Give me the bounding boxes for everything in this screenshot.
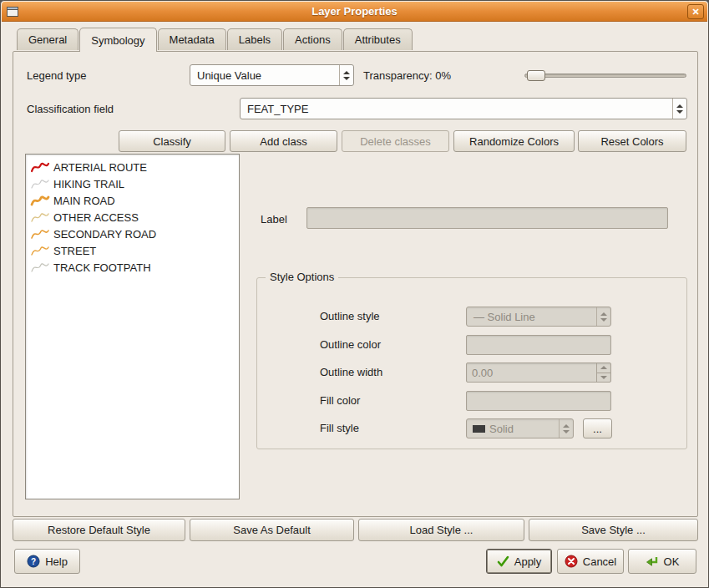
- ok-enter-arrow-icon: [646, 555, 659, 568]
- load-style-button[interactable]: Load Style ...: [358, 519, 524, 541]
- chevron-updown-icon: [559, 419, 573, 438]
- fill-swatch-icon: [473, 425, 485, 433]
- class-label: SECONDARY ROAD: [53, 228, 156, 241]
- apply-button[interactable]: Apply: [486, 549, 552, 574]
- fill-style-select: Solid: [466, 418, 574, 438]
- label-field-label: Label: [261, 213, 287, 226]
- ok-button[interactable]: OK: [628, 549, 696, 574]
- chevron-updown-icon: [596, 307, 610, 326]
- close-button[interactable]: ✕: [687, 4, 704, 19]
- list-item-arterial-route[interactable]: ARTERIAL ROUTE: [28, 159, 237, 175]
- restore-default-style-button[interactable]: Restore Default Style: [13, 519, 185, 541]
- outline-color-button: [466, 335, 611, 355]
- reset-colors-button[interactable]: Reset Colors: [578, 130, 686, 152]
- classify-button[interactable]: Classify: [119, 130, 225, 152]
- line-symbol-icon: [30, 211, 50, 223]
- slider-handle[interactable]: [527, 70, 545, 81]
- delete-classes-button: Delete classes: [342, 130, 449, 152]
- tab-labels[interactable]: Labels: [227, 28, 282, 50]
- list-item-track-footpath[interactable]: TRACK FOOTPATH: [28, 259, 237, 276]
- tab-general[interactable]: General: [17, 28, 78, 50]
- list-item-secondary-road[interactable]: SECONDARY ROAD: [28, 226, 237, 242]
- fill-color-label: Fill color: [320, 394, 360, 407]
- layer-properties-dialog: Layer Properties ✕ General Symbology Met…: [0, 0, 709, 588]
- class-label: HIKING TRAIL: [53, 178, 124, 190]
- tab-symbology[interactable]: Symbology: [79, 28, 156, 52]
- randomize-colors-button[interactable]: Randomize Colors: [453, 130, 575, 152]
- fill-style-label: Fill style: [320, 422, 359, 434]
- chevron-updown-icon: [672, 99, 686, 119]
- line-symbol-icon: [30, 195, 50, 206]
- fill-style-preview: Solid: [467, 423, 514, 435]
- help-label: Help: [45, 555, 68, 568]
- chevron-updown-icon: [339, 65, 353, 85]
- help-icon: ?: [27, 555, 40, 568]
- cancel-button[interactable]: Cancel: [557, 549, 624, 574]
- outline-width-label: Outline width: [320, 366, 382, 378]
- outline-width-value: 0.00: [467, 367, 596, 379]
- transparency-slider[interactable]: [524, 64, 686, 86]
- class-label: TRACK FOOTPATH: [53, 261, 151, 274]
- line-symbol-icon: [30, 261, 50, 273]
- legend-type-value: Unique Value: [190, 69, 339, 82]
- add-class-button[interactable]: Add class: [230, 130, 337, 152]
- outline-style-select: — Solid Line: [466, 307, 611, 327]
- cancel-icon: [565, 555, 578, 568]
- list-item-street[interactable]: STREET: [28, 242, 237, 259]
- apply-check-icon: [497, 555, 509, 567]
- apply-label: Apply: [514, 555, 542, 568]
- spinner-arrows-icon: [596, 363, 610, 382]
- ok-label: OK: [664, 555, 680, 568]
- title-bar[interactable]: Layer Properties ✕: [2, 2, 707, 22]
- svg-text:?: ?: [31, 557, 36, 566]
- line-symbol-icon: [30, 245, 50, 256]
- outline-color-label: Outline color: [320, 338, 381, 351]
- transparency-label: Transparency: 0%: [363, 69, 451, 82]
- fill-style-more-button[interactable]: ...: [583, 418, 612, 438]
- classification-field-value: FEAT_TYPE: [241, 103, 672, 115]
- slider-track: [524, 74, 686, 78]
- cancel-label: Cancel: [583, 555, 616, 568]
- label-input[interactable]: [306, 207, 668, 229]
- list-item-other-access[interactable]: OTHER ACCESS: [28, 209, 237, 226]
- tab-bar: General Symbology Metadata Labels Action…: [17, 28, 413, 52]
- fill-style-value: Solid: [489, 423, 514, 435]
- save-style-button[interactable]: Save Style ...: [529, 519, 698, 541]
- class-label: OTHER ACCESS: [53, 211, 139, 224]
- tab-actions[interactable]: Actions: [283, 28, 342, 50]
- line-symbol-icon: [30, 228, 50, 240]
- legend-type-label: Legend type: [27, 69, 87, 82]
- class-label: MAIN ROAD: [53, 195, 115, 207]
- window-title: Layer Properties: [2, 2, 707, 22]
- legend-type-select[interactable]: Unique Value: [190, 64, 354, 86]
- fill-color-button: [466, 391, 611, 411]
- line-symbol-icon: [30, 178, 50, 190]
- list-item-hiking-trail[interactable]: HIKING TRAIL: [28, 175, 237, 192]
- list-item-main-road[interactable]: MAIN ROAD: [28, 192, 237, 209]
- line-symbol-icon: [30, 161, 50, 173]
- tab-metadata[interactable]: Metadata: [158, 28, 226, 50]
- save-as-default-button[interactable]: Save As Default: [190, 519, 354, 541]
- symbology-panel: Legend type Unique Value Transparency: 0…: [13, 51, 698, 517]
- help-button[interactable]: ? Help: [14, 549, 80, 574]
- outline-style-label: Outline style: [320, 310, 380, 322]
- tab-attributes[interactable]: Attributes: [343, 28, 413, 50]
- class-label: STREET: [53, 245, 96, 257]
- class-label: ARTERIAL ROUTE: [53, 161, 147, 174]
- classification-field-label: Classification field: [27, 103, 114, 115]
- class-list[interactable]: ARTERIAL ROUTE HIKING TRAIL MAIN ROAD OT…: [25, 154, 240, 499]
- classification-field-select[interactable]: FEAT_TYPE: [240, 98, 687, 119]
- style-options-group: Style Options Outline style — Solid Line…: [256, 277, 687, 449]
- style-options-title: Style Options: [266, 271, 338, 283]
- outline-width-spinner: 0.00: [466, 362, 611, 383]
- outline-style-value: — Solid Line: [467, 311, 596, 323]
